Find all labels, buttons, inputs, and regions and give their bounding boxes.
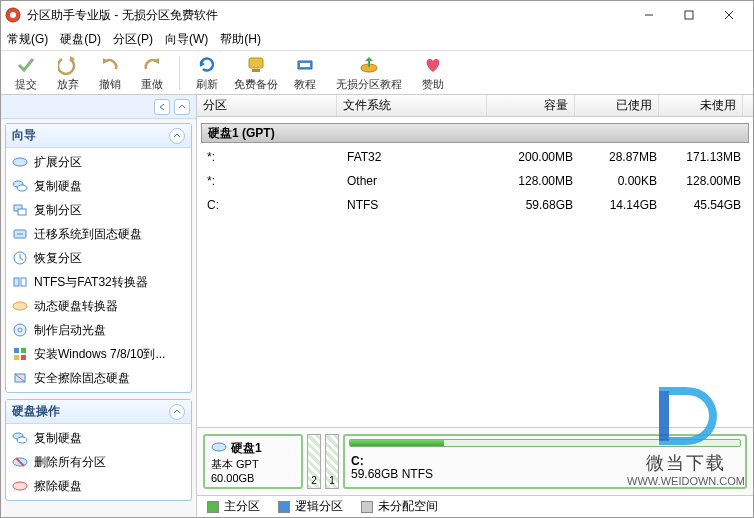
wizard-ntfs-fat32[interactable]: NTFS与FAT32转换器 (6, 270, 191, 294)
discard-button[interactable]: 放弃 (47, 53, 89, 93)
svg-rect-24 (14, 355, 19, 360)
partition-table: 硬盘1 (GPT) *: FAT32 200.00MB 28.87MB 171.… (197, 117, 753, 427)
svg-rect-6 (249, 58, 263, 68)
ssd-icon (12, 226, 28, 242)
redo-icon (141, 54, 163, 76)
svg-point-19 (13, 302, 27, 310)
redo-button[interactable]: 重做 (131, 53, 173, 93)
copy-disk-icon (12, 178, 28, 194)
diskops-panel: 硬盘操作 复制硬盘 删除所有分区 擦除硬盘 (5, 399, 192, 501)
disk-bar: 硬盘1 基本 GPT 60.00GB 2 1 C:59.68GB NTFS (197, 427, 753, 495)
donate-button[interactable]: 赞助 (412, 53, 454, 93)
partition-c[interactable]: C:59.68GB NTFS (343, 434, 747, 489)
svg-point-33 (212, 443, 226, 451)
wizard-migrate-ssd[interactable]: 迁移系统到固态硬盘 (6, 222, 191, 246)
diskops-wipe-disk[interactable]: 擦除硬盘 (6, 474, 191, 498)
disk-info-block[interactable]: 硬盘1 基本 GPT 60.00GB (203, 434, 303, 489)
menu-disk[interactable]: 硬盘(D) (60, 31, 101, 48)
titlebar: 分区助手专业版 - 无损分区免费软件 (1, 1, 753, 29)
chevron-up-icon[interactable] (169, 404, 185, 420)
svg-point-32 (13, 482, 27, 490)
copy-part-icon (12, 202, 28, 218)
svg-point-1 (10, 12, 16, 18)
partition-slot-2[interactable]: 2 (307, 434, 321, 489)
legend-logical: 逻辑分区 (278, 498, 343, 515)
partition-slot-1[interactable]: 1 (325, 434, 339, 489)
toolbar: 提交 放弃 撤销 重做 刷新 免费备份 教程 无损分区教程 赞助 (1, 51, 753, 95)
separator (179, 56, 180, 90)
wipe-icon (12, 478, 28, 494)
nav-collapse-button[interactable] (174, 99, 190, 115)
sidebar-nav (1, 95, 196, 119)
minimize-button[interactable] (629, 1, 669, 29)
wizard-dynamic-disk[interactable]: 动态硬盘转换器 (6, 294, 191, 318)
disk-header[interactable]: 硬盘1 (GPT) (201, 123, 749, 143)
chevron-up-icon[interactable] (169, 128, 185, 144)
discard-icon (57, 54, 79, 76)
maximize-button[interactable] (669, 1, 709, 29)
convert-icon (12, 274, 28, 290)
check-icon (15, 54, 37, 76)
col-partition[interactable]: 分区 (197, 95, 337, 116)
windows-icon (12, 346, 28, 362)
undo-icon (99, 54, 121, 76)
wizard-extend-partition[interactable]: 扩展分区 (6, 150, 191, 174)
hdd-icon (211, 441, 227, 456)
heart-icon (422, 54, 444, 76)
backup-icon (245, 54, 267, 76)
swatch-logical (278, 501, 290, 513)
wizard-recover-partition[interactable]: 恢复分区 (6, 246, 191, 270)
svg-rect-22 (14, 348, 19, 353)
wizard-install-windows[interactable]: 安装Windows 7/8/10到... (6, 342, 191, 366)
col-filesystem[interactable]: 文件系统 (337, 95, 487, 116)
wizard-bootable-cd[interactable]: 制作启动光盘 (6, 318, 191, 342)
menubar: 常规(G) 硬盘(D) 分区(P) 向导(W) 帮助(H) (1, 29, 753, 51)
disk-name: 硬盘1 (231, 440, 262, 457)
menu-general[interactable]: 常规(G) (7, 31, 48, 48)
commit-button[interactable]: 提交 (5, 53, 47, 93)
svg-rect-7 (252, 69, 260, 72)
column-headers: 分区 文件系统 容量 已使用 未使用 (197, 95, 753, 117)
legend: 主分区 逻辑分区 未分配空间 (197, 495, 753, 517)
svg-rect-25 (21, 355, 26, 360)
tutorial-icon (294, 54, 316, 76)
close-button[interactable] (709, 1, 749, 29)
nav-prev-button[interactable] (154, 99, 170, 115)
swatch-unalloc (361, 501, 373, 513)
wizard-panel-header[interactable]: 向导 (6, 124, 191, 148)
svg-point-12 (17, 185, 27, 191)
main-pane: 分区 文件系统 容量 已使用 未使用 硬盘1 (GPT) *: FAT32 20… (197, 95, 753, 517)
menu-partition[interactable]: 分区(P) (113, 31, 153, 48)
svg-rect-3 (685, 11, 693, 19)
erase-icon (12, 370, 28, 386)
refresh-button[interactable]: 刷新 (186, 53, 228, 93)
diskops-delete-all[interactable]: 删除所有分区 (6, 450, 191, 474)
svg-rect-14 (18, 209, 26, 215)
copy-disk-icon (12, 430, 28, 446)
wizard-copy-disk[interactable]: 复制硬盘 (6, 174, 191, 198)
disk-icon (12, 154, 28, 170)
svg-point-10 (13, 158, 27, 166)
table-row[interactable]: *: FAT32 200.00MB 28.87MB 171.13MB (197, 145, 753, 169)
diskops-panel-header[interactable]: 硬盘操作 (6, 400, 191, 424)
col-free[interactable]: 未使用 (659, 95, 743, 116)
legend-primary: 主分区 (207, 498, 260, 515)
diskops-copy-disk[interactable]: 复制硬盘 (6, 426, 191, 450)
tutorial-button[interactable]: 教程 (284, 53, 326, 93)
menu-wizard[interactable]: 向导(W) (165, 31, 208, 48)
swatch-primary (207, 501, 219, 513)
lossless-icon (358, 54, 380, 76)
table-row[interactable]: C: NTFS 59.68GB 14.14GB 45.54GB (197, 193, 753, 217)
sidebar: 向导 扩展分区 复制硬盘 复制分区 迁移系统到固态硬盘 恢复分区 NTFS与FA… (1, 95, 197, 517)
lossless-tutorial-button[interactable]: 无损分区教程 (326, 53, 412, 93)
backup-button[interactable]: 免费备份 (228, 53, 284, 93)
wizard-copy-partition[interactable]: 复制分区 (6, 198, 191, 222)
undo-button[interactable]: 撤销 (89, 53, 131, 93)
col-capacity[interactable]: 容量 (487, 95, 575, 116)
menu-help[interactable]: 帮助(H) (220, 31, 261, 48)
svg-rect-18 (21, 278, 26, 286)
window-title: 分区助手专业版 - 无损分区免费软件 (27, 7, 629, 24)
col-used[interactable]: 已使用 (575, 95, 659, 116)
table-row[interactable]: *: Other 128.00MB 0.00KB 128.00MB (197, 169, 753, 193)
wizard-secure-erase[interactable]: 安全擦除固态硬盘 (6, 366, 191, 390)
